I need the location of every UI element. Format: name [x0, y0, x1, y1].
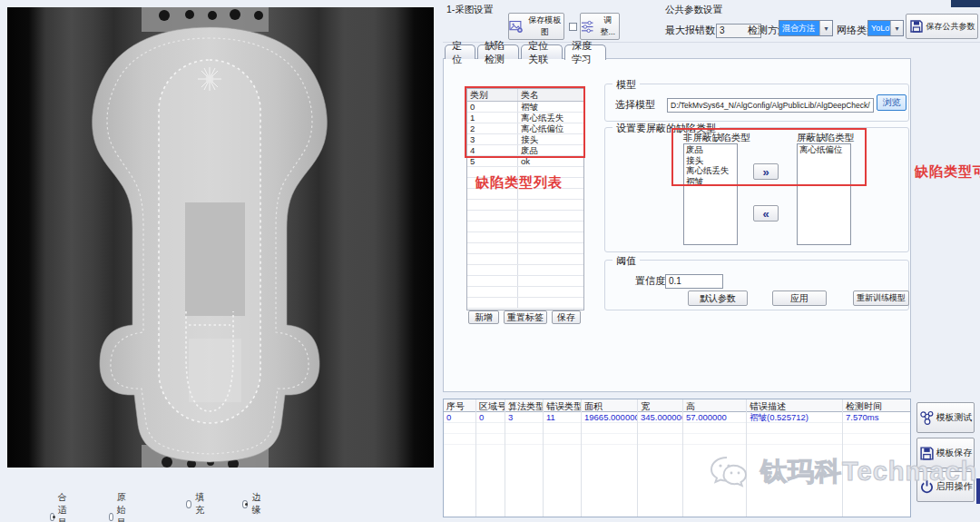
browse-button[interactable]: 浏览 [877, 94, 906, 111]
table-row[interactable]: 1离心纸丢失 [467, 113, 583, 123]
save-common-params-button[interactable]: 保存公共参数 [906, 14, 978, 39]
empty-row [467, 276, 583, 287]
tab-locate-link[interactable]: 定位关联 [521, 44, 563, 59]
common-params-label: 公共参数设置 [665, 4, 722, 16]
list-item[interactable]: 褶皱 [684, 176, 737, 187]
col-class-name: 类名 [518, 89, 583, 101]
net-type-value: YoLoV3 [868, 21, 890, 35]
template-save-label: 模板保存 [936, 447, 973, 459]
radio-edge[interactable]: 边缘 [242, 491, 263, 517]
radio-fit-display[interactable]: 合适显示 [50, 491, 71, 522]
col-width: 宽 [638, 399, 682, 412]
radio-dot [186, 500, 191, 508]
radio-label: 填充 [195, 491, 207, 517]
mask-group: 设置要屏蔽的缺陷类型 [604, 127, 909, 252]
col-algo-type: 算法类型 [505, 399, 543, 412]
table-row[interactable]: 3接头 [467, 134, 583, 145]
table-row[interactable]: 5ok [467, 156, 583, 167]
save-template-image-button[interactable]: 保存模板图 [508, 13, 564, 40]
list-item[interactable]: 废品 [684, 144, 737, 155]
table-row[interactable]: 4废品 [467, 145, 583, 156]
col-region: 区域号 [476, 399, 505, 412]
radio-fill[interactable]: 填充 [186, 491, 207, 517]
adjust-checkbox[interactable] [569, 23, 577, 31]
empty-row [467, 178, 583, 189]
radio-dot [109, 513, 113, 521]
result-cell[interactable]: 褶皱(0.525712) [747, 412, 842, 423]
empty-row [467, 254, 583, 265]
empty-row [467, 211, 583, 222]
default-params-button[interactable]: 默认参数 [688, 291, 748, 306]
detect-method-select[interactable]: 混合方法 ▾ [779, 20, 833, 36]
list-item[interactable]: 离心纸偏位 [798, 144, 850, 155]
result-cell[interactable]: 7.570ms [843, 412, 910, 423]
double-chevron-left-icon: « [762, 207, 769, 221]
add-class-button[interactable]: 新增 [468, 310, 499, 324]
template-test-button[interactable]: 模板测试 [916, 402, 975, 433]
result-cell[interactable]: 345.000000 [638, 412, 682, 423]
model-group-label: 模型 [612, 78, 640, 92]
retrain-model-button[interactable]: 重新训练模型 [853, 291, 909, 306]
floppy-icon [909, 19, 924, 34]
reset-labels-button[interactable]: 重置标签 [504, 310, 547, 324]
col-height: 高 [683, 399, 746, 412]
save-classes-button[interactable]: 保存 [552, 310, 581, 324]
radio-original-display[interactable]: 原始显示 [109, 491, 130, 522]
save-template-label: 保存模板图 [526, 15, 564, 38]
move-left-button[interactable]: « [753, 205, 779, 222]
xray-image [7, 7, 434, 468]
power-icon [919, 479, 935, 495]
masked-list-label: 屏蔽缺陷类型 [797, 132, 854, 144]
empty-row [467, 287, 583, 298]
unmasked-list-label: 非屏蔽缺陷类型 [683, 132, 750, 144]
col-error-desc: 错误描述 [747, 399, 842, 412]
unmasked-defect-listbox[interactable]: 废品 接头 离心纸丢失 褶皱 [683, 143, 738, 245]
empty-row [467, 243, 583, 254]
radio-label: 原始显示 [117, 491, 130, 522]
tab-label: 定位关联 [528, 39, 555, 66]
radio-label: 合适显示 [58, 491, 71, 522]
floppy-icon [919, 446, 935, 461]
result-cell[interactable]: 0 [476, 412, 505, 423]
enable-operation-button[interactable]: 启用操作 [916, 471, 975, 502]
adjust-button[interactable]: 调整... [580, 13, 620, 40]
result-cell[interactable]: 0 [444, 412, 475, 423]
list-item[interactable]: 离心纸丢失 [684, 165, 737, 176]
radio-dot [50, 513, 54, 521]
confidence-input[interactable] [665, 274, 723, 289]
capture-settings-label: 1-采图设置 [446, 4, 493, 16]
result-cell[interactable]: 19665.000000 [582, 412, 637, 423]
move-right-button[interactable]: » [753, 163, 779, 180]
save-common-params-label: 保存公共参数 [926, 21, 975, 33]
list-item[interactable]: 接头 [684, 155, 737, 166]
max-error-label: 最大报错数 [665, 24, 715, 37]
net-type-select[interactable]: YoLoV3 ▾ [867, 20, 904, 36]
apply-button[interactable]: 应用 [772, 291, 827, 306]
class-table[interactable]: 类别 类名 0褶皱 1离心纸丢失 2离心纸偏位 3接头 4废品 5ok [466, 88, 584, 310]
empty-row [467, 222, 583, 232]
tab-label: 定位 [452, 39, 468, 66]
empty-row [467, 232, 583, 243]
template-save-button[interactable]: 模板保存 [916, 438, 975, 468]
model-path-input[interactable] [667, 98, 874, 113]
tab-deep-learning[interactable]: 深度学习 [564, 44, 606, 60]
defect-control-annotation: 缺陷类型可控 [915, 163, 980, 181]
threshold-group-label: 阈值 [612, 254, 640, 268]
detection-result-table[interactable]: 序号 0 区域号 0 算法类型 3 错误类型 11 面积 19665.00000… [443, 399, 911, 517]
header-divider [443, 42, 980, 43]
result-cell[interactable]: 11 [544, 412, 581, 423]
xray-image-canvas [7, 7, 434, 468]
corner-bar [951, 0, 980, 7]
template-test-label: 模板测试 [936, 411, 973, 424]
chevron-down-icon: ▾ [819, 21, 832, 35]
adjust-label: 调整... [596, 15, 619, 38]
select-model-label: 选择模型 [615, 98, 655, 112]
tab-locate[interactable]: 定位 [445, 44, 475, 59]
table-row[interactable]: 2离心纸偏位 [467, 123, 583, 134]
empty-row [467, 200, 583, 211]
result-cell[interactable]: 57.000000 [683, 412, 746, 423]
tab-defect-detect[interactable]: 缺陷检测 [477, 44, 519, 59]
result-cell[interactable]: 3 [505, 412, 543, 423]
masked-defect-listbox[interactable]: 离心纸偏位 [797, 143, 851, 245]
table-row[interactable]: 0褶皱 [467, 102, 583, 113]
